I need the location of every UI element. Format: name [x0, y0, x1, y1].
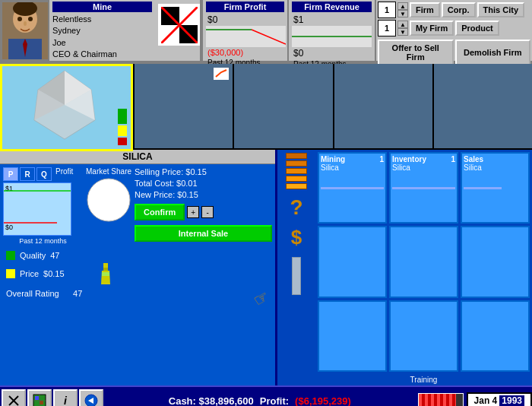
- dollar-sign-icon[interactable]: $: [291, 226, 302, 249]
- grid-cell-8: [389, 300, 458, 372]
- svg-point-5: [17, 17, 22, 21]
- btn-minus[interactable]: -: [201, 206, 214, 218]
- bar-red: [118, 138, 127, 145]
- main-content: SILICA P R Q Profit $1 $0 Pa: [0, 150, 532, 385]
- silica-title: SILICA: [0, 150, 275, 164]
- spinner-1-down[interactable]: ▼: [397, 10, 408, 17]
- toolbar-scissors-btn[interactable]: [2, 389, 26, 406]
- btn-demolish[interactable]: Demolish Firm: [455, 40, 531, 65]
- bottom-info: Cash: $38,896,600 Profit: ($6,195,239): [105, 395, 415, 407]
- action-column: ? $: [277, 150, 315, 385]
- btn-plus[interactable]: +: [187, 206, 199, 218]
- bar-yellow: [118, 125, 127, 136]
- firm-revenue-section: Firm Revenue $1 $0 Past 12 months: [289, 0, 376, 61]
- svg-point-7: [24, 21, 27, 26]
- yellow-square-icon: [6, 269, 15, 278]
- quality-row: Quality 47: [6, 251, 269, 260]
- pie-chart: [86, 177, 131, 223]
- confirm-row: Confirm + -: [135, 204, 272, 220]
- spinner-group-2: 1 ▲ ▼: [378, 20, 408, 36]
- quality-label: Quality: [20, 251, 46, 260]
- inventory-sub: Silica: [392, 163, 455, 172]
- mining-bar: [321, 187, 384, 189]
- total-cost-value: $0.01: [176, 179, 198, 188]
- middle-panel-1: [133, 64, 233, 148]
- toolbar-back-btn[interactable]: [79, 389, 103, 406]
- tab-p[interactable]: P: [3, 167, 18, 181]
- profile-section: Mine Relentless Sydney Joe CEO & Chairma…: [0, 0, 201, 61]
- profit-chart-area: $1 $0: [3, 182, 71, 236]
- bar-green: [118, 109, 127, 124]
- grid-cell-7: [318, 300, 387, 372]
- firm-revenue-title: Firm Revenue: [292, 2, 372, 12]
- info-icon: i: [64, 395, 67, 406]
- btn-product[interactable]: Product: [455, 21, 499, 36]
- sales-sub: Silica: [464, 163, 527, 172]
- bottom-bar: i Cash: $38,896,600 Profit: ($6,195,239)…: [0, 385, 532, 406]
- total-cost-row: Total Cost: $0.01: [135, 179, 272, 188]
- toolbar-info-btn[interactable]: i: [53, 389, 78, 406]
- btn-firm[interactable]: Firm: [410, 2, 440, 17]
- btn-my-firm[interactable]: My Firm: [410, 21, 454, 36]
- trend-up-icon: [214, 68, 229, 80]
- past-12-label: Past 12 months: [3, 237, 83, 245]
- quality-section: Quality 47 Price $0.15 Overall Rating 4: [0, 248, 275, 312]
- spinner-2-down[interactable]: ▼: [397, 28, 408, 36]
- company-logo: [158, 4, 200, 46]
- btn-confirm[interactable]: Confirm: [135, 204, 185, 220]
- silica-panel: SILICA P R Q Profit $1 $0 Pa: [0, 150, 277, 385]
- progress-bar: [418, 393, 464, 406]
- market-share-area: Market Share: [86, 167, 131, 245]
- inventory-bar: [392, 187, 455, 189]
- bar-indicators: [118, 109, 127, 145]
- market-share-label: Market Share: [86, 167, 131, 176]
- spinner-2-arrows[interactable]: ▲ ▼: [397, 21, 408, 36]
- svg-rect-30: [103, 263, 108, 268]
- spinner-1-up[interactable]: ▲: [397, 2, 408, 10]
- profile-line4: CEO & Chairman: [52, 49, 152, 60]
- price-quality-row: Price $0.15: [6, 263, 269, 284]
- spinner-1-value: 1: [378, 2, 396, 18]
- sales-bar: [464, 187, 502, 189]
- svg-rect-28: [6, 251, 15, 260]
- new-price-value: $0.15: [177, 190, 198, 199]
- tab-q[interactable]: Q: [36, 167, 52, 181]
- firm-profit-negative: ($30,000): [206, 47, 284, 58]
- date-box: Jan 4 1993: [467, 392, 532, 406]
- inventory-cell: Inventory 1 Silica: [389, 152, 458, 224]
- green-square-icon: [6, 251, 15, 260]
- profile-name: Mine: [52, 2, 152, 12]
- prq-tabs: P R Q Profit: [3, 167, 83, 181]
- btn-this-city[interactable]: This City: [477, 2, 524, 17]
- right-controls: 1 ▲ ▼ Firm Corp. This City 1 ▲ ▼ My Firm…: [376, 0, 532, 61]
- date-year: 1993: [499, 395, 524, 406]
- firm-revenue-value: $1: [292, 14, 372, 26]
- silica-body: P R Q Profit $1 $0 Past 12 months Mar: [0, 164, 275, 248]
- flask-icon: [100, 263, 112, 284]
- question-mark-icon[interactable]: ?: [290, 195, 302, 220]
- spinner-2-up[interactable]: ▲: [397, 21, 408, 28]
- svg-point-6: [28, 17, 33, 21]
- firm-profit-value: $0: [206, 14, 284, 26]
- spinner-2-value: 1: [378, 20, 396, 36]
- controls-actions: Offer to Sell Firm Demolish Firm: [378, 40, 530, 65]
- svg-rect-37: [35, 396, 39, 400]
- inventory-num: 1: [451, 155, 455, 163]
- tab-r[interactable]: R: [20, 167, 35, 181]
- btn-corp[interactable]: Corp.: [442, 2, 476, 17]
- orange-bar-5: [286, 183, 307, 189]
- middle-panel-3: [333, 64, 432, 148]
- new-price-label: New Price:: [135, 190, 175, 199]
- toolbar-map-btn[interactable]: [27, 389, 52, 406]
- orange-bar-1: [286, 153, 307, 159]
- overall-rating-label: Overall Rating: [6, 289, 59, 298]
- orange-bar-3: [286, 168, 307, 174]
- btn-offer-sell[interactable]: Offer to Sell Firm: [378, 40, 454, 65]
- btn-internal-sale[interactable]: Internal Sale: [135, 225, 272, 242]
- firm-revenue-zero: $0: [292, 47, 372, 59]
- spinner-1-arrows[interactable]: ▲ ▼: [397, 2, 408, 17]
- date-text: Jan 4: [474, 395, 498, 406]
- selling-price-value: $0.15: [185, 167, 207, 176]
- profit-chart-col: P R Q Profit $1 $0 Past 12 months: [3, 167, 83, 245]
- profit-value: ($6,195,239): [295, 395, 351, 407]
